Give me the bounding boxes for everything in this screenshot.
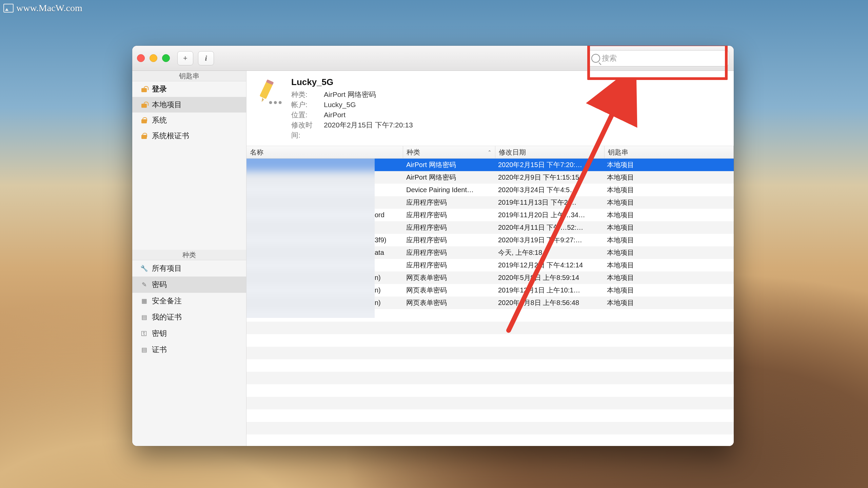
cell-keychain: 本地项目 (604, 160, 734, 169)
cell-name: ata (246, 249, 403, 257)
search-input[interactable] (587, 50, 729, 66)
keychain-label: 本地项目 (152, 100, 182, 110)
category-item[interactable]: ⚿密钥 (132, 325, 246, 342)
keychain-item[interactable]: 本地项目 (132, 97, 246, 113)
info-button[interactable]: i (198, 51, 214, 65)
category-label: 密钥 (152, 328, 167, 339)
keychain-list: 登录本地项目系统系统根证书 (132, 81, 246, 144)
category-item[interactable]: ▤我的证书 (132, 309, 246, 325)
category-item[interactable]: 🔧所有项目 (132, 260, 246, 277)
header-kind[interactable]: 种类⌃ (403, 146, 495, 158)
window-controls (137, 54, 170, 62)
key-icon: ⚿ (140, 330, 148, 337)
account-value: Lucky_5G (324, 100, 356, 110)
lock-icon (140, 132, 148, 140)
keychain-item[interactable]: 系统根证书 (132, 128, 246, 144)
header-date[interactable]: 修改日期 (495, 146, 605, 158)
categories-header: 种类 (132, 250, 246, 260)
keychains-header: 钥匙串 (132, 71, 246, 81)
svg-point-5 (279, 101, 282, 104)
lock-icon (140, 117, 148, 124)
keychain-label: 系统根证书 (152, 131, 189, 141)
note-icon: ▦ (140, 297, 148, 305)
category-label: 所有项目 (152, 263, 182, 273)
cell-date: 2019年11月20日 上午…34… (495, 210, 604, 220)
table-row[interactable]: n)网页表单密码2020年5月8日 上午8:56:48本地项目 (246, 297, 734, 309)
zoom-button[interactable] (162, 54, 170, 62)
header-keychain[interactable]: 钥匙串 (605, 146, 734, 158)
watermark-text: www.MacW.com (16, 3, 82, 14)
category-label: 密码 (152, 280, 167, 290)
category-item[interactable]: ▦安全备注 (132, 293, 246, 309)
plus-icon: + (183, 54, 188, 63)
table-row[interactable]: 应用程序密码2019年11月13日 下午2:…本地项目 (246, 196, 734, 209)
cell-kind: AirPort 网络密码 (403, 160, 495, 169)
cell-date: 2020年5月8日 上午8:59:14 (495, 273, 604, 282)
svg-marker-0 (262, 98, 264, 102)
kind-label: 种类: (291, 89, 318, 100)
watermark: www.MacW.com (3, 3, 82, 14)
cell-keychain: 本地项目 (604, 198, 734, 207)
cell-date: 2020年2月15日 下午7:20:… (495, 160, 604, 169)
keychain-item[interactable]: 登录 (132, 81, 246, 97)
lock-icon (140, 101, 148, 108)
table-row[interactable]: 3f9)应用程序密码2020年3月19日 下午9:27:…本地项目 (246, 234, 734, 246)
cell-keychain: 本地项目 (604, 185, 734, 195)
cell-date: 2020年5月8日 上午8:56:48 (495, 298, 604, 307)
header-name[interactable]: 名称 (246, 146, 403, 158)
keychain-label: 系统 (152, 115, 167, 125)
table-row[interactable]: 应用程序密码2019年12月2日 下午4:12:14本地项目 (246, 259, 734, 271)
add-button[interactable]: + (177, 51, 193, 65)
detail-title: Lucky_5G (291, 77, 727, 87)
cell-keychain: 本地项目 (604, 223, 734, 232)
table-headers: 名称 种类⌃ 修改日期 钥匙串 (246, 146, 734, 159)
category-label: 我的证书 (152, 312, 182, 322)
sidebar: 钥匙串 登录本地项目系统系统根证书 种类 🔧所有项目✎密码▦安全备注▤我的证书⚿… (132, 71, 246, 446)
keychain-item[interactable]: 系统 (132, 113, 246, 128)
cell-name: n) (246, 286, 403, 294)
svg-point-4 (274, 101, 277, 104)
cell-kind: 网页表单密码 (403, 286, 495, 295)
titlebar: + i (132, 46, 734, 71)
cell-kind: 网页表单密码 (403, 298, 495, 307)
category-item[interactable]: ✎密码 (132, 277, 246, 293)
category-item[interactable]: ▤证书 (132, 342, 246, 358)
minimize-button[interactable] (150, 54, 157, 62)
search-wrap (587, 50, 729, 66)
table-row[interactable]: ord应用程序密码2019年11月20日 上午…34…本地项目 (246, 209, 734, 221)
cell-kind: AirPort 网络密码 (403, 173, 495, 182)
category-label: 安全备注 (152, 296, 182, 306)
watermark-icon (3, 4, 14, 13)
table-row[interactable]: ata应用程序密码今天, 上午8:18本地项目 (246, 246, 734, 259)
item-detail: Lucky_5G 种类:AirPort 网络密码 帐户:Lucky_5G 位置:… (246, 71, 734, 146)
cell-kind: 应用程序密码 (403, 236, 495, 245)
cell-kind: 应用程序密码 (403, 198, 495, 207)
table-row[interactable]: n)网页表单密码2019年12月1日 上午10:1…本地项目 (246, 284, 734, 297)
table-row[interactable]: AirPort 网络密码2020年2月15日 下午7:20:…本地项目 (246, 159, 734, 171)
cell-keychain: 本地项目 (604, 286, 734, 295)
keychain-label: 登录 (152, 84, 167, 94)
pencil-icon: ✎ (140, 281, 148, 288)
table-row[interactable]: 应用程序密码2020年4月11日 下午…52:…本地项目 (246, 221, 734, 234)
cell-date: 2019年12月1日 上午10:1… (495, 286, 604, 295)
location-label: 位置: (291, 110, 318, 120)
cell-keychain: 本地项目 (604, 273, 734, 282)
kind-value: AirPort 网络密码 (324, 89, 376, 100)
modified-label: 修改时间: (291, 120, 318, 140)
account-label: 帐户: (291, 100, 318, 110)
table-rows: AirPort 网络密码2020年2月15日 下午7:20:…本地项目AirPo… (246, 159, 734, 446)
category-label: 证书 (152, 345, 167, 355)
table-row[interactable]: Device Pairing Ident…2020年3月24日 下午4:5…本地… (246, 184, 734, 196)
cell-keychain: 本地项目 (604, 173, 734, 182)
cell-kind: 应用程序密码 (403, 223, 495, 232)
close-button[interactable] (137, 54, 145, 62)
info-icon: i (205, 54, 207, 63)
cell-keychain: 本地项目 (604, 248, 734, 257)
svg-point-3 (269, 101, 272, 104)
cert-icon: ▤ (140, 313, 148, 321)
table-row[interactable]: AirPort 网络密码2020年2月9日 下午1:15:15本地项目 (246, 171, 734, 184)
cell-keychain: 本地项目 (604, 298, 734, 307)
keychain-access-window: + i 钥匙串 登录本地项目系统系统根证书 种类 🔧所有项目✎密码▦安全备注▤我… (132, 46, 734, 446)
search-icon (591, 54, 600, 63)
table-row[interactable]: n)网页表单密码2020年5月8日 上午8:59:14本地项目 (246, 271, 734, 284)
